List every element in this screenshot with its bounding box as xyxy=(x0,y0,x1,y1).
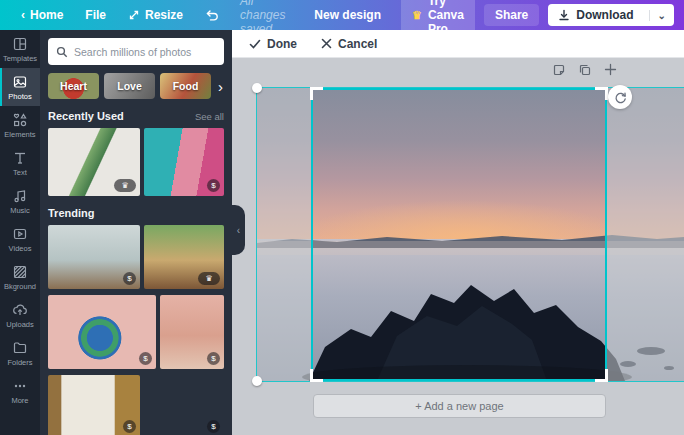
notes-icon xyxy=(552,63,566,77)
see-all-link[interactable]: See all xyxy=(195,111,224,122)
chip-food[interactable]: Food xyxy=(160,73,211,99)
done-button[interactable]: Done xyxy=(249,37,297,51)
sidebar-item-label: Uploads xyxy=(6,320,34,329)
rotate-button[interactable] xyxy=(608,85,632,109)
sidebar-item-label: Music xyxy=(10,206,30,215)
paid-badge: $ xyxy=(207,179,220,192)
done-label: Done xyxy=(267,37,297,51)
paid-badge: $ xyxy=(123,420,136,433)
try-canva-pro-button[interactable]: ♛ Try Canva Pro xyxy=(401,0,475,40)
photo-thumbnail-woman-with-roses[interactable]: $ xyxy=(144,128,224,196)
undo-icon xyxy=(205,9,219,21)
sidebar-item-label: Videos xyxy=(9,244,32,253)
search-box[interactable] xyxy=(48,38,224,65)
resize-button[interactable]: Resize xyxy=(117,8,194,22)
share-label: Share xyxy=(495,8,528,22)
crop-handle-top-left[interactable] xyxy=(310,87,323,100)
recently-used-title: Recently Used xyxy=(48,110,124,122)
undo-button[interactable] xyxy=(194,9,230,21)
sidebar-icon-rail: Templates Photos Elements Text Music Vid… xyxy=(0,30,40,435)
chips-next-arrow[interactable]: › xyxy=(218,79,223,94)
sidebar-item-label: Elements xyxy=(4,130,35,139)
sidebar-item-more[interactable]: More xyxy=(0,372,40,410)
photo-thumbnail-woman-by-stove[interactable]: $ xyxy=(144,375,224,435)
home-button[interactable]: ‹ Home xyxy=(10,8,74,22)
folders-icon xyxy=(12,340,28,356)
photos-icon xyxy=(12,74,28,90)
pro-crown-badge: ♛ xyxy=(114,179,136,192)
paid-badge: $ xyxy=(207,420,220,433)
sidebar-item-text[interactable]: Text xyxy=(0,144,40,182)
rotate-icon xyxy=(614,91,627,104)
photo-thumbnail-washing-vegetables[interactable]: $ xyxy=(48,375,140,435)
new-design-button[interactable]: New design xyxy=(303,8,392,22)
category-chips: Heart Love Food › xyxy=(48,73,224,99)
sidebar-item-elements[interactable]: Elements xyxy=(0,106,40,144)
photo-thumbnail-man-cooking[interactable]: $ xyxy=(48,225,140,289)
crop-dim-left xyxy=(257,88,311,381)
seascape-photo[interactable] xyxy=(257,88,684,381)
photo-thumbnail-hands-holding-globe[interactable]: $ xyxy=(48,295,156,369)
uploads-icon xyxy=(12,302,28,318)
add-page-icon-button[interactable] xyxy=(602,61,619,78)
file-label: File xyxy=(85,8,106,22)
add-notes-button[interactable] xyxy=(550,61,567,78)
collapse-chevron-icon: ‹ xyxy=(237,225,240,236)
sidebar-item-label: Bkground xyxy=(4,282,36,291)
sidebar-item-folders[interactable]: Folders xyxy=(0,334,40,372)
share-button[interactable]: Share xyxy=(484,4,539,26)
file-menu[interactable]: File xyxy=(74,8,117,22)
sidebar-item-label: Templates xyxy=(3,54,37,63)
sidebar-item-photos[interactable]: Photos xyxy=(0,68,40,106)
page-actions xyxy=(550,61,619,78)
add-new-page-button[interactable]: + Add a new page xyxy=(313,394,606,418)
resize-icon xyxy=(128,9,140,21)
sidebar-item-uploads[interactable]: Uploads xyxy=(0,296,40,334)
videos-icon xyxy=(12,226,28,242)
sidebar-item-music[interactable]: Music xyxy=(0,182,40,220)
pro-crown-badge: ♛ xyxy=(198,272,220,285)
elements-icon xyxy=(12,112,28,128)
more-icon xyxy=(12,378,28,394)
chip-heart[interactable]: Heart xyxy=(48,73,99,99)
crop-dim-right xyxy=(607,88,684,381)
search-icon xyxy=(56,46,68,58)
panel-collapse-handle[interactable]: ‹ xyxy=(232,205,245,255)
sidebar-item-label: More xyxy=(11,396,28,405)
download-icon xyxy=(558,9,570,21)
selection-handle-top-left[interactable] xyxy=(252,83,262,93)
download-button[interactable]: Download ⌄ xyxy=(548,4,674,26)
photos-panel: Heart Love Food › Recently Used See all … xyxy=(40,30,232,435)
sidebar-item-label: Folders xyxy=(7,358,32,367)
sidebar-item-label: Text xyxy=(13,168,27,177)
selection-handle-bottom-left[interactable] xyxy=(252,376,262,386)
download-label: Download xyxy=(576,8,633,22)
top-bar: ‹ Home File Resize All changes saved New… xyxy=(0,0,684,30)
sidebar-item-background[interactable]: Bkground xyxy=(0,258,40,296)
home-label: Home xyxy=(30,8,63,22)
duplicate-icon xyxy=(578,63,592,77)
autosave-status: All changes saved xyxy=(230,0,303,36)
search-input[interactable] xyxy=(74,46,216,58)
crop-handle-top-right[interactable] xyxy=(595,87,608,100)
background-icon xyxy=(12,264,28,280)
crop-handle-bottom-left[interactable] xyxy=(310,369,323,382)
trending-title: Trending xyxy=(48,207,94,219)
chevron-left-icon: ‹ xyxy=(21,8,25,22)
download-options-caret[interactable]: ⌄ xyxy=(649,10,674,21)
music-icon xyxy=(12,188,28,204)
add-page-label: + Add a new page xyxy=(415,400,503,412)
chip-love[interactable]: Love xyxy=(104,73,155,99)
canvas-body: ‹ xyxy=(232,58,684,435)
check-icon xyxy=(249,38,261,50)
canvas-area: Done Cancel ‹ xyxy=(232,30,684,435)
duplicate-page-button[interactable] xyxy=(576,61,593,78)
photo-thumbnail-outdoor-dinner[interactable]: ♛ xyxy=(144,225,224,289)
photo-thumbnail-girl-pink-wall[interactable]: $ xyxy=(160,295,224,369)
photo-thumbnail-fern-leaf[interactable]: ♛ xyxy=(48,128,140,196)
paid-badge: $ xyxy=(123,272,136,285)
sidebar-item-videos[interactable]: Videos xyxy=(0,220,40,258)
paid-badge: $ xyxy=(207,352,220,365)
crop-handle-bottom-right[interactable] xyxy=(595,369,608,382)
try-pro-label: Try Canva Pro xyxy=(428,0,464,36)
